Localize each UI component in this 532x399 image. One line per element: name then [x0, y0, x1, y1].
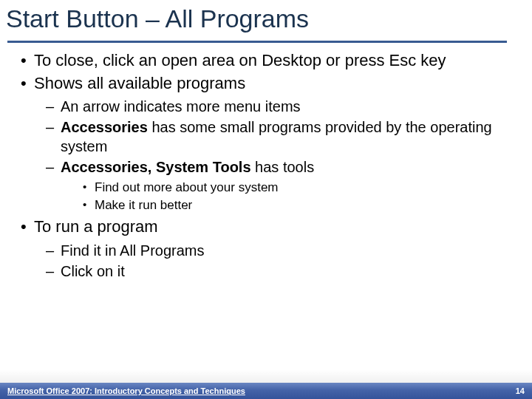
title-rule — [7, 41, 507, 43]
subsub-text: Find out more about your system — [95, 180, 279, 194]
subsub-list: Find out more about your system Make it … — [61, 180, 514, 214]
sub-text: Find it in All Programs — [61, 242, 205, 259]
bullet-text: To run a program — [34, 217, 158, 236]
sub-list: Find it in All Programs Click on it — [34, 241, 514, 281]
sub-item: Accessories, System Tools has tools Find… — [44, 157, 514, 214]
sub-list: An arrow indicates more menu items Acces… — [34, 97, 514, 214]
sub-item: Find it in All Programs — [44, 241, 514, 260]
subsub-item: Find out more about your system — [81, 180, 514, 196]
subsub-text: Make it run better — [95, 198, 192, 212]
sub-text-bold: Accessories, System Tools — [61, 159, 251, 175]
slide-body: To close, click an open area on Desktop … — [0, 47, 532, 281]
footer-shadow — [0, 369, 532, 383]
sub-item: An arrow indicates more menu items — [44, 97, 514, 116]
sub-item: Accessories has some small programs prov… — [44, 117, 514, 156]
bullet-item: To close, click an open area on Desktop … — [18, 50, 514, 72]
subsub-item: Make it run better — [81, 197, 514, 214]
footer-text: Microsoft Office 2007: Introductory Conc… — [7, 386, 245, 395]
slide: Start Button – All Programs To close, cl… — [0, 0, 532, 399]
bullet-list: To close, click an open area on Desktop … — [18, 50, 514, 281]
sub-text-bold: Accessories — [61, 119, 148, 135]
slide-title: Start Button – All Programs — [0, 0, 532, 33]
footer-bar: Microsoft Office 2007: Introductory Conc… — [0, 383, 532, 399]
bullet-text: To close, click an open area on Desktop … — [34, 51, 446, 69]
sub-item: Click on it — [44, 262, 514, 281]
sub-text: An arrow indicates more menu items — [61, 98, 301, 115]
sub-text: has tools — [251, 159, 315, 175]
slide-number: 14 — [516, 386, 525, 395]
bullet-item: Shows all available programs An arrow in… — [18, 73, 514, 214]
bullet-item: To run a program Find it in All Programs… — [18, 216, 514, 281]
sub-text: Click on it — [61, 263, 125, 279]
bullet-text: Shows all available programs — [34, 74, 245, 92]
